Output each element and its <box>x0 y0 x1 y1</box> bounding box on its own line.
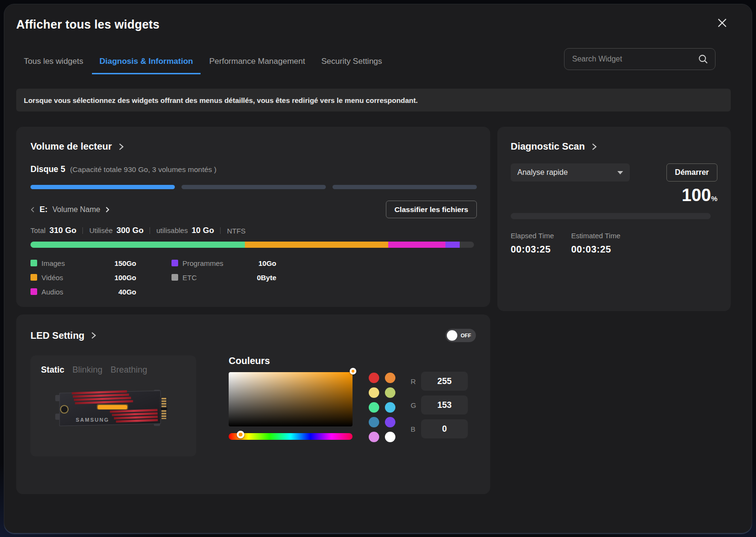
estimated-time-value: 00:03:25 <box>571 244 620 255</box>
volume-stats-row: Total 310 Go Utilisée 300 Go utilisables… <box>30 226 477 235</box>
g-label: G <box>411 401 418 409</box>
diagnostic-scan-widget: Diagnostic Scan Analyse rapide Démarrer … <box>497 127 731 311</box>
scan-progress-bar <box>511 213 711 219</box>
stat-used-label: Utilisée <box>89 226 112 234</box>
volume-bar-2[interactable] <box>181 185 326 189</box>
mode-tab-blinking[interactable]: Blinking <box>72 365 102 375</box>
colors-title: Couleurs <box>229 355 353 366</box>
page-title: Afficher tous les widgets <box>16 18 160 31</box>
swatch-yellow-green[interactable] <box>385 387 395 398</box>
legend-swatch-videos <box>30 274 37 281</box>
legend-swatch-programmes <box>171 260 178 266</box>
elapsed-time-value: 00:03:25 <box>511 244 554 255</box>
swatch-white[interactable] <box>385 432 395 442</box>
legend-label-audios: Audios <box>41 288 118 296</box>
usage-segment-images <box>30 242 245 248</box>
gradient-selector-knob[interactable] <box>350 368 356 375</box>
tab-security-settings[interactable]: Security Settings <box>313 57 390 74</box>
estimated-time-block: Estimated Time 00:03:25 <box>571 232 620 255</box>
volume-name: Volume Name <box>52 205 101 214</box>
close-icon <box>717 18 727 28</box>
legend-item-images: Images 150Go <box>30 256 136 270</box>
b-label: B <box>411 425 418 433</box>
tab-tous-les-widgets[interactable]: Tous les widgets <box>16 57 91 74</box>
volume-bars <box>30 185 477 189</box>
mode-tab-breathing[interactable]: Breathing <box>111 365 147 375</box>
scan-type-select[interactable]: Analyse rapide <box>511 163 630 182</box>
scan-times-row: Elapsed Time 00:03:25 Estimated Time 00:… <box>511 232 717 255</box>
led-setting-title[interactable]: LED Setting <box>30 330 84 341</box>
drive-volume-widget: Volume de lecteur Disque 5 (Capacité tot… <box>16 127 490 307</box>
led-mode-panel: Static Blinking Breathing <box>30 355 196 456</box>
usage-segment-audios <box>388 242 445 248</box>
swatch-yellow[interactable] <box>369 387 379 398</box>
swatch-steel-blue[interactable] <box>369 417 379 427</box>
saturation-value-gradient[interactable] <box>229 372 353 426</box>
toggle-state-label: OFF <box>461 333 471 338</box>
tab-performance-management[interactable]: Performance Management <box>202 57 312 74</box>
stat-total-value: 310 Go <box>50 226 77 235</box>
swatch-violet[interactable] <box>385 417 395 427</box>
widgets-modal: Afficher tous les widgets Tous les widge… <box>4 4 752 533</box>
chevron-right-icon <box>91 332 96 339</box>
classify-files-button[interactable]: Classifier les fichiers <box>386 201 477 218</box>
swatch-cyan[interactable] <box>385 402 395 413</box>
usage-bar <box>30 242 474 248</box>
legend-value-images: 150Go <box>114 259 136 267</box>
disk-info-row: Disque 5 (Capacité totale 930 Go, 3 volu… <box>30 164 477 174</box>
rgb-row-b: B <box>411 419 468 438</box>
mode-tab-static[interactable]: Static <box>41 365 64 375</box>
r-input[interactable] <box>421 372 468 391</box>
divider <box>150 227 150 234</box>
stat-usable-value: 10 Go <box>192 226 214 235</box>
legend-item-videos: Vidéos 100Go <box>30 270 136 284</box>
scan-progress-percent: 100% <box>511 185 717 205</box>
disk-capacity-info: (Capacité totale 930 Go, 3 volumes monté… <box>70 165 217 174</box>
swatch-orange[interactable] <box>385 373 395 383</box>
divider <box>82 227 83 234</box>
volume-bar-1[interactable] <box>30 185 175 189</box>
tab-diagnosis-information[interactable]: Diagnosis & Information <box>92 57 201 74</box>
legend-item-audios: Audios 40Go <box>30 284 136 299</box>
rgb-row-g: G <box>411 395 468 415</box>
hue-slider[interactable] <box>229 433 353 440</box>
usage-segment-programmes <box>445 242 460 248</box>
search-input[interactable] <box>572 55 698 63</box>
chevron-right-icon <box>119 143 124 151</box>
hue-slider-knob[interactable] <box>237 431 244 438</box>
legend-item-programmes: Programmes 10Go <box>171 256 276 270</box>
legend-swatch-images <box>30 260 37 266</box>
swatch-green[interactable] <box>369 402 379 413</box>
ssd-brand-text: SAMSUNG <box>76 417 109 423</box>
diagnostic-scan-title: Diagnostic Scan <box>511 141 585 152</box>
led-mode-tabs: Static Blinking Breathing <box>41 365 186 375</box>
stat-filesystem-label: NTFS <box>227 227 245 235</box>
info-banner: Lorsque vous sélectionnez des widgets of… <box>16 89 731 111</box>
search-icon[interactable] <box>698 54 708 64</box>
volume-nav: E: Volume Name <box>30 205 110 214</box>
diagnostic-scan-header[interactable]: Diagnostic Scan <box>511 141 717 152</box>
volume-bar-3[interactable] <box>333 185 477 189</box>
swatch-red[interactable] <box>369 373 379 383</box>
estimated-time-label: Estimated Time <box>571 232 620 240</box>
legend-item-etc: ETC 0Byte <box>171 270 276 284</box>
chevron-right-icon[interactable] <box>105 206 110 213</box>
start-scan-button[interactable]: Démarrer <box>666 163 717 182</box>
close-button[interactable] <box>715 16 729 30</box>
legend-label-programmes: Programmes <box>182 259 258 267</box>
color-swatches <box>369 373 395 442</box>
drive-volume-header[interactable]: Volume de lecteur <box>30 141 477 152</box>
g-input[interactable] <box>421 395 468 415</box>
chevron-left-icon[interactable] <box>30 206 35 213</box>
legend-value-etc: 0Byte <box>257 274 276 282</box>
led-toggle[interactable]: OFF <box>445 329 476 342</box>
usage-segment-vidéos <box>245 242 388 248</box>
led-content: Static Blinking Breathing <box>30 355 476 456</box>
elapsed-time-label: Elapsed Time <box>511 232 554 240</box>
b-input[interactable] <box>421 419 468 438</box>
stat-used-value: 300 Go <box>117 226 144 235</box>
percent-value: 100 <box>682 185 711 205</box>
tab-bar: Tous les widgets Diagnosis & Information… <box>16 57 390 74</box>
info-banner-text: Lorsque vous sélectionnez des widgets of… <box>24 96 418 104</box>
swatch-pink[interactable] <box>369 432 379 442</box>
